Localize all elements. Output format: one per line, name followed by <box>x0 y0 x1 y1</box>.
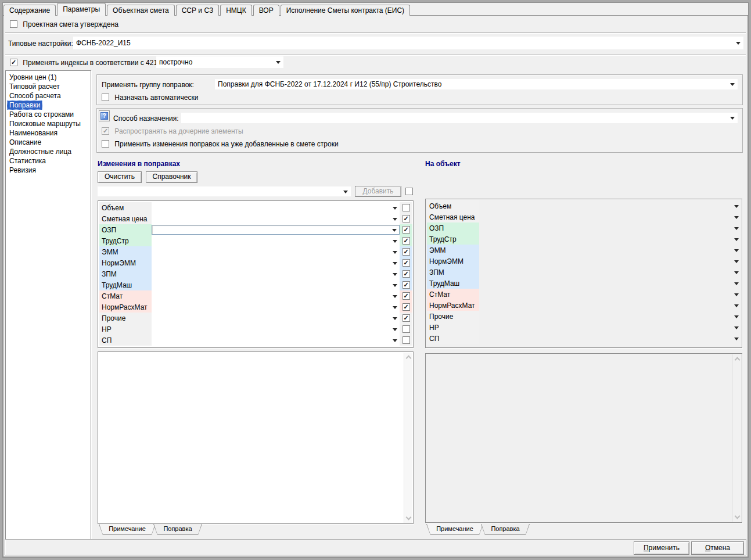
sidebar-item-8[interactable]: Должностные лица <box>7 147 74 156</box>
chevron-down-icon[interactable] <box>393 317 397 320</box>
chevron-down-icon[interactable] <box>734 238 739 241</box>
chevron-down-icon[interactable] <box>734 304 739 307</box>
chevron-down-icon[interactable] <box>734 282 739 285</box>
changes-note-area[interactable] <box>98 351 414 524</box>
parameter-combobox[interactable] <box>152 280 400 290</box>
sidebar-item-7[interactable]: Описание <box>7 138 44 147</box>
apply-button[interactable]: Применить <box>634 541 689 555</box>
chevron-down-icon[interactable] <box>393 339 397 342</box>
clear-button[interactable]: Очистить <box>98 171 142 183</box>
chevron-down-icon[interactable] <box>393 284 397 287</box>
chevron-down-icon[interactable] <box>734 271 739 274</box>
parameter-combobox[interactable] <box>152 258 400 268</box>
typical-settings-combobox[interactable]: ФСНБ-2022_И15 <box>73 37 743 49</box>
scroll-up-icon[interactable] <box>406 356 412 361</box>
parameter-combobox[interactable] <box>152 269 400 279</box>
parameter-combobox[interactable] <box>479 212 741 222</box>
tab-2[interactable]: Объектная смета <box>107 5 175 16</box>
parameter-checkbox[interactable] <box>403 215 410 222</box>
sidebar-item-3[interactable]: Поправки <box>7 100 42 110</box>
parameter-combobox[interactable] <box>479 333 741 343</box>
chevron-down-icon[interactable] <box>393 328 397 331</box>
parameter-combobox[interactable] <box>479 289 741 299</box>
parameter-combobox[interactable] <box>152 214 400 224</box>
cancel-button[interactable]: Отмена <box>691 541 744 555</box>
parameter-combobox[interactable] <box>479 300 741 310</box>
approved-checkbox[interactable] <box>10 20 17 28</box>
sidebar-item-0[interactable]: Уровни цен (1) <box>7 73 59 82</box>
chevron-down-icon[interactable] <box>393 295 397 298</box>
parameter-combobox[interactable] <box>479 311 741 321</box>
parameter-checkbox[interactable] <box>403 204 410 211</box>
tab-6[interactable]: Исполнение Сметы контракта (ЕИС) <box>281 5 410 16</box>
parameter-combobox[interactable] <box>152 324 400 334</box>
apply-indexes-mode-combobox[interactable]: построчно <box>156 56 283 68</box>
parameter-checkbox[interactable] <box>403 281 410 289</box>
add-button[interactable]: Добавить <box>355 186 401 197</box>
sidebar-item-1[interactable]: Типовой расчет <box>7 82 62 91</box>
chevron-down-icon[interactable] <box>393 218 397 221</box>
chevron-down-icon[interactable] <box>736 42 741 45</box>
scrollbar[interactable] <box>404 353 412 523</box>
parameter-checkbox[interactable] <box>403 248 410 256</box>
tab-0[interactable]: Содержание <box>3 5 56 16</box>
chevron-down-icon[interactable] <box>393 306 397 309</box>
parameter-checkbox[interactable] <box>403 314 410 322</box>
reference-button[interactable]: Справочник <box>146 171 197 183</box>
chevron-down-icon[interactable] <box>730 117 735 120</box>
help-button[interactable]: ? <box>99 110 110 121</box>
parameter-combobox[interactable] <box>479 201 741 211</box>
tab-1[interactable]: Параметры <box>57 3 106 16</box>
auto-assign-checkbox[interactable] <box>102 94 109 101</box>
scroll-up-icon[interactable] <box>735 357 741 363</box>
chevron-down-icon[interactable] <box>393 240 397 243</box>
parameter-combobox[interactable] <box>152 313 400 323</box>
parameter-combobox[interactable] <box>479 322 741 332</box>
scroll-down-icon[interactable] <box>406 515 412 520</box>
note-tab-Примечание[interactable]: Примечание <box>426 524 483 535</box>
chevron-down-icon[interactable] <box>276 61 281 64</box>
parameter-combobox[interactable] <box>152 236 400 246</box>
parameter-combobox[interactable] <box>479 245 741 255</box>
tab-3[interactable]: ССР и СЗ <box>176 5 220 16</box>
parameter-combobox[interactable] <box>479 234 741 244</box>
chevron-down-icon[interactable] <box>734 315 739 318</box>
add-option-checkbox[interactable] <box>405 188 413 195</box>
note-tab-Поправка[interactable]: Поправка <box>481 524 530 535</box>
parameter-checkbox[interactable] <box>403 226 410 234</box>
note-tab-Примечание[interactable]: Примечание <box>99 524 156 535</box>
sidebar-item-6[interactable]: Наименования <box>7 128 60 138</box>
tab-5[interactable]: ВОР <box>253 5 279 16</box>
tab-4[interactable]: НМЦК <box>220 5 252 16</box>
chevron-down-icon[interactable] <box>734 216 739 219</box>
add-correction-combobox[interactable] <box>98 186 351 196</box>
parameter-checkbox[interactable] <box>403 237 410 245</box>
scroll-down-icon[interactable] <box>735 514 741 519</box>
parameter-combobox[interactable] <box>152 225 400 235</box>
sidebar-item-10[interactable]: Ревизия <box>7 166 38 175</box>
parameter-combobox[interactable] <box>152 247 400 257</box>
parameter-checkbox[interactable] <box>403 270 410 278</box>
parameter-combobox[interactable] <box>152 203 400 213</box>
sidebar-item-5[interactable]: Поисковые маршруты <box>7 119 83 128</box>
parameter-checkbox[interactable] <box>403 259 410 267</box>
parameter-combobox[interactable] <box>479 267 741 277</box>
apply-indexes-checkbox[interactable] <box>10 59 17 66</box>
assignment-method-combobox[interactable] <box>181 113 738 123</box>
sidebar-item-4[interactable]: Работа со строками <box>7 110 76 119</box>
chevron-down-icon[interactable] <box>734 326 739 329</box>
corrections-group-combobox[interactable]: Поправки для ФСНБ-2022 от 17.12.2024 г И… <box>215 79 738 89</box>
parameter-combobox[interactable] <box>479 278 741 288</box>
chevron-down-icon[interactable] <box>393 251 397 254</box>
chevron-down-icon[interactable] <box>393 262 397 265</box>
sidebar-item-9[interactable]: Статистика <box>7 156 48 166</box>
parameter-checkbox[interactable] <box>403 336 410 344</box>
chevron-down-icon[interactable] <box>734 338 739 340</box>
parameter-checkbox[interactable] <box>403 325 410 333</box>
chevron-down-icon[interactable] <box>734 227 739 230</box>
chevron-down-icon[interactable] <box>393 207 397 210</box>
chevron-down-icon[interactable] <box>730 83 735 86</box>
parameter-combobox[interactable] <box>152 291 400 301</box>
apply-existing-checkbox[interactable] <box>102 140 109 148</box>
sidebar-item-2[interactable]: Способ расчета <box>7 91 63 100</box>
